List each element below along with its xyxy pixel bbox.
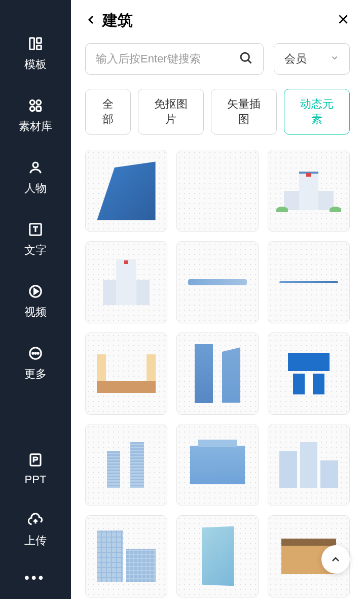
search-input[interactable] bbox=[96, 52, 239, 65]
asset-item[interactable] bbox=[268, 150, 350, 232]
sidebar-item-label: 视频 bbox=[24, 305, 47, 320]
sidebar-item-label: 更多 bbox=[24, 367, 47, 382]
sidebar-item-label: 模板 bbox=[24, 57, 47, 72]
svg-point-5 bbox=[30, 107, 34, 111]
main-panel: 建筑 会员 全部 免抠图片 矢量插图 动态元素 bbox=[71, 0, 364, 599]
svg-point-13 bbox=[38, 353, 39, 354]
sidebar-item-more[interactable]: 更多 bbox=[19, 335, 52, 397]
asset-item[interactable] bbox=[176, 515, 259, 597]
asset-item[interactable] bbox=[268, 332, 350, 415]
svg-point-7 bbox=[33, 162, 38, 168]
asset-item[interactable] bbox=[85, 515, 167, 597]
svg-point-12 bbox=[35, 353, 37, 354]
sidebar-item-label: 素材库 bbox=[19, 119, 52, 134]
back-button[interactable] bbox=[85, 12, 97, 29]
sidebar-item-label: 人物 bbox=[24, 181, 47, 196]
page-title: 建筑 bbox=[102, 10, 133, 31]
asset-item[interactable] bbox=[268, 241, 350, 323]
asset-item[interactable] bbox=[85, 150, 167, 232]
membership-dropdown[interactable]: 会员 bbox=[274, 43, 350, 75]
asset-item[interactable] bbox=[176, 241, 259, 323]
filter-animated[interactable]: 动态元素 bbox=[284, 89, 350, 135]
search-box[interactable] bbox=[85, 43, 264, 75]
upload-icon bbox=[27, 512, 44, 528]
sidebar-item-template[interactable]: 模板 bbox=[19, 25, 52, 87]
filter-cutout[interactable]: 免抠图片 bbox=[138, 89, 204, 135]
asset-item[interactable] bbox=[85, 241, 167, 323]
header: 建筑 bbox=[85, 10, 350, 31]
dropdown-label: 会员 bbox=[284, 51, 307, 66]
scroll-to-top-button[interactable] bbox=[321, 545, 350, 574]
svg-point-11 bbox=[32, 353, 34, 354]
sidebar-item-video[interactable]: 视频 bbox=[19, 273, 52, 335]
more-icon bbox=[27, 345, 44, 361]
sidebar-item-ppt[interactable]: PPT bbox=[24, 442, 47, 502]
sidebar-item-assets[interactable]: 素材库 bbox=[19, 87, 52, 149]
svg-rect-2 bbox=[37, 46, 42, 50]
template-icon bbox=[27, 36, 44, 52]
svg-rect-6 bbox=[37, 107, 41, 111]
svg-point-15 bbox=[241, 53, 249, 61]
asset-item[interactable] bbox=[268, 424, 350, 506]
ppt-icon bbox=[27, 452, 44, 468]
asset-item[interactable] bbox=[85, 424, 167, 506]
svg-rect-0 bbox=[30, 38, 34, 50]
asset-item[interactable] bbox=[176, 150, 259, 232]
filter-vector[interactable]: 矢量插图 bbox=[211, 89, 277, 135]
svg-point-4 bbox=[37, 100, 41, 105]
sidebar-item-upload[interactable]: 上传 bbox=[24, 502, 47, 563]
close-button[interactable] bbox=[337, 11, 350, 30]
svg-point-3 bbox=[30, 100, 34, 105]
filter-row: 全部 免抠图片 矢量插图 动态元素 bbox=[85, 89, 350, 135]
asset-grid bbox=[85, 150, 350, 597]
asset-item[interactable] bbox=[176, 332, 259, 415]
assets-icon bbox=[27, 97, 44, 114]
person-icon bbox=[27, 159, 44, 176]
search-icon[interactable] bbox=[239, 51, 253, 67]
sidebar-item-label: 文字 bbox=[24, 243, 47, 258]
text-icon bbox=[27, 221, 44, 238]
sidebar-item-person[interactable]: 人物 bbox=[19, 149, 52, 211]
sidebar-item-label: PPT bbox=[25, 473, 47, 486]
svg-rect-1 bbox=[37, 38, 42, 43]
filter-all[interactable]: 全部 bbox=[85, 89, 131, 135]
sidebar-item-label: 上传 bbox=[24, 533, 47, 548]
sidebar: 模板 素材库 人物 文字 视频 bbox=[0, 0, 71, 599]
video-icon bbox=[27, 283, 44, 300]
asset-item[interactable] bbox=[176, 424, 259, 506]
chevron-down-icon bbox=[330, 53, 339, 64]
asset-item[interactable] bbox=[85, 332, 167, 415]
sidebar-item-text[interactable]: 文字 bbox=[19, 211, 52, 273]
sidebar-more-dots[interactable]: ••• bbox=[24, 563, 47, 594]
